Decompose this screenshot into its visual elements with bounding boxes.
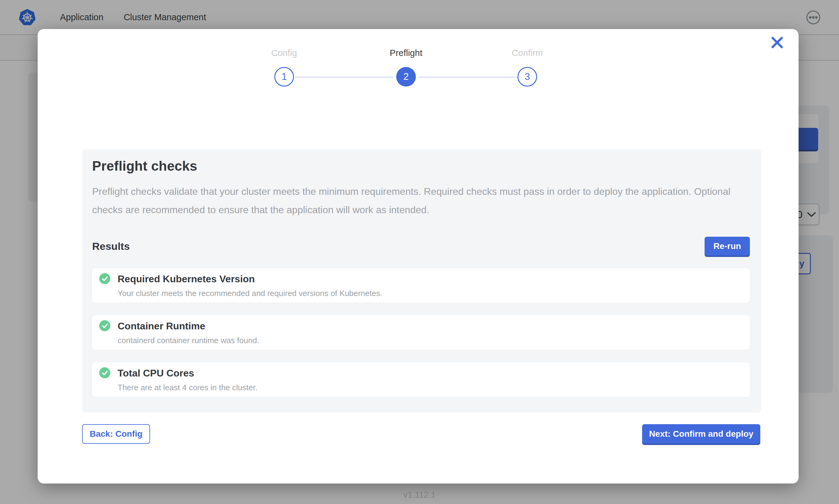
step-circle-2[interactable]: 2 bbox=[396, 67, 416, 87]
modal-footer: Back: Config Next: Confirm and deploy bbox=[82, 424, 760, 444]
check-row: Container Runtime containerd container r… bbox=[92, 315, 750, 350]
check-pass-icon bbox=[99, 273, 110, 284]
check-title: Container Runtime bbox=[118, 321, 205, 332]
results-title: Results bbox=[92, 240, 130, 252]
preflight-panel: Preflight checks Preflight checks valida… bbox=[82, 149, 761, 413]
step-circle-3[interactable]: 3 bbox=[517, 67, 537, 87]
step-label: Config bbox=[238, 48, 330, 59]
check-pass-icon bbox=[99, 320, 110, 331]
step-label: Confirm bbox=[481, 48, 573, 59]
preflight-modal: Config 1 Preflight 2 Confirm 3 Preflight… bbox=[38, 29, 799, 484]
back-config-button[interactable]: Back: Config bbox=[82, 424, 150, 444]
check-title: Required Kubernetes Version bbox=[118, 273, 255, 285]
check-title: Total CPU Cores bbox=[118, 367, 194, 379]
check-row: Required Kubernetes Version Your cluster… bbox=[92, 268, 750, 303]
step-circle-1[interactable]: 1 bbox=[274, 67, 294, 87]
rerun-button[interactable]: Re-run bbox=[705, 237, 750, 256]
preflight-description: Preflight checks validate that your clus… bbox=[92, 182, 732, 219]
step-confirm: Confirm 3 bbox=[481, 29, 573, 87]
check-pass-icon bbox=[99, 367, 110, 378]
check-description: containerd container runtime was found. bbox=[118, 336, 259, 345]
step-label: Preflight bbox=[360, 48, 452, 59]
check-description: Your cluster meets the recommended and r… bbox=[118, 289, 382, 298]
results-header-row: Results Re-run bbox=[92, 237, 750, 256]
check-description: There are at least 4 cores in the cluste… bbox=[118, 383, 258, 392]
step-preflight: Preflight 2 bbox=[360, 29, 452, 87]
step-config: Config 1 bbox=[238, 29, 330, 87]
page-title: Preflight checks bbox=[92, 158, 750, 174]
next-confirm-deploy-button[interactable]: Next: Confirm and deploy bbox=[642, 424, 760, 444]
check-row: Total CPU Cores There are at least 4 cor… bbox=[92, 362, 750, 397]
wizard-stepper: Config 1 Preflight 2 Confirm 3 bbox=[38, 29, 799, 109]
